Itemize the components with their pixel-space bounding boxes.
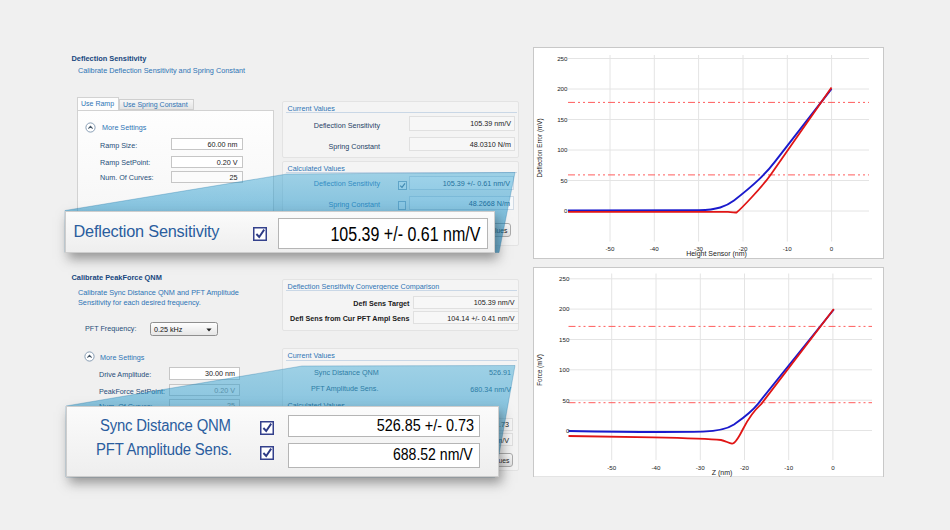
- svg-text:Z (nm): Z (nm): [712, 469, 733, 477]
- svg-text:-50: -50: [607, 463, 617, 470]
- svg-text:0: 0: [831, 463, 835, 470]
- svg-text:250: 250: [557, 55, 568, 62]
- svg-text:200: 200: [559, 305, 570, 312]
- svg-text:-10: -10: [783, 245, 793, 252]
- svg-text:Deflection Error (mV): Deflection Error (mV): [536, 118, 544, 177]
- svg-text:Height Sensor (nm): Height Sensor (nm): [686, 250, 747, 258]
- svg-text:-10: -10: [784, 463, 794, 470]
- svg-text:Force (mV): Force (mV): [536, 354, 544, 386]
- svg-text:-30: -30: [696, 463, 706, 470]
- svg-text:0: 0: [564, 207, 568, 214]
- svg-text:200: 200: [557, 85, 568, 92]
- svg-text:-40: -40: [652, 463, 662, 470]
- svg-text:0: 0: [566, 426, 570, 433]
- svg-text:150: 150: [559, 335, 570, 342]
- svg-text:150: 150: [557, 116, 568, 123]
- svg-text:100: 100: [559, 366, 570, 373]
- svg-text:50: 50: [561, 177, 568, 184]
- svg-text:50: 50: [563, 396, 570, 403]
- svg-text:-20: -20: [740, 463, 750, 470]
- svg-text:100: 100: [557, 146, 568, 153]
- svg-text:250: 250: [559, 275, 570, 282]
- svg-text:-40: -40: [650, 245, 660, 252]
- svg-text:0: 0: [830, 245, 834, 252]
- svg-text:-50: -50: [606, 245, 616, 252]
